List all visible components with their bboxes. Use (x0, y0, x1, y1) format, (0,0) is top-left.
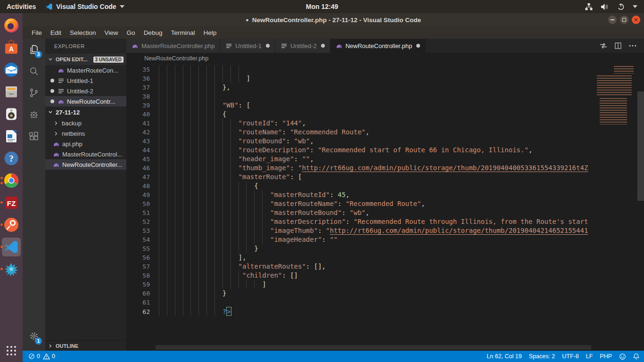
menu-edit[interactable]: Edit (46, 29, 66, 36)
code-editor[interactable]: 3536]37},3839"WB": [40{41"routeId": "144… (126, 64, 644, 351)
code-line-62[interactable]: 62?> (126, 307, 592, 316)
eol-sequence[interactable]: LF (586, 353, 593, 360)
open-editor-item[interactable]: Untitled-1 (45, 75, 126, 86)
libreoffice-writer-icon[interactable] (2, 127, 21, 146)
tab-masterroutecontroller-php[interactable]: MasterRouteController.php (126, 39, 220, 53)
ubuntu-software-icon[interactable]: A (2, 38, 21, 57)
chrome-icon[interactable] (2, 171, 21, 190)
postman-icon[interactable] (2, 215, 21, 234)
code-line-58[interactable]: 58"children": [] (126, 271, 592, 280)
source-control-activity-icon[interactable] (23, 82, 45, 104)
tree-item-label: backup (62, 120, 82, 127)
rhythmbox-icon[interactable] (2, 105, 21, 123)
open-changes-icon[interactable] (600, 42, 607, 49)
code-line-41[interactable]: 41"routeId": "144", (126, 119, 592, 128)
code-line-45[interactable]: 45"header_image": "", (126, 155, 592, 164)
search-activity-icon[interactable] (23, 60, 45, 82)
menu-selection[interactable]: Selection (66, 29, 100, 36)
code-line-47[interactable]: 47"masterRoute": [ (126, 173, 592, 181)
window-title-bar[interactable]: ● NewRouteController.php - 27-11-12 - Vi… (23, 13, 644, 26)
tree-item-backup[interactable]: backup (45, 118, 126, 128)
code-line-37[interactable]: 37}, (126, 83, 592, 92)
tree-item-masterroutecontrol-[interactable]: MasterRouteControl... (45, 149, 126, 159)
split-editor-icon[interactable] (615, 42, 621, 49)
minimap[interactable] (592, 65, 636, 127)
code-line-48[interactable]: 48{ (126, 181, 592, 190)
power-icon[interactable] (617, 3, 625, 10)
extensions-activity-icon[interactable] (23, 125, 45, 147)
code-line-52[interactable]: 52"masterDescription": "Recommended Rout… (126, 217, 592, 226)
network-icon[interactable] (585, 3, 593, 10)
open-editors-header[interactable]: OPEN EDIT... 3 UNSAVED (45, 54, 126, 65)
code-line-43[interactable]: 43"routeBound": "wb", (126, 137, 592, 146)
errors-indicator[interactable]: 0 (28, 353, 40, 360)
code-line-36[interactable]: 36] (126, 74, 592, 83)
menu-debug[interactable]: Debug (140, 29, 167, 36)
menu-terminal[interactable]: Terminal (166, 29, 199, 36)
indentation[interactable]: Spaces: 2 (529, 353, 555, 360)
code-line-38[interactable]: 38 (126, 92, 592, 101)
open-editor-item[interactable]: NewRouteContr... (45, 96, 126, 107)
clock[interactable]: Mon 12:49 (306, 3, 338, 10)
tab-untitled-1[interactable]: Untitled-1 (220, 39, 275, 53)
tab-newroutecontroller-php[interactable]: NewRouteController.php (330, 39, 426, 53)
warnings-indicator[interactable]: 0 (43, 353, 55, 360)
notifications-bell-icon[interactable] (633, 353, 639, 360)
outline-header[interactable]: OUTLINE (45, 340, 126, 351)
feedback-smiley-icon[interactable] (619, 353, 626, 360)
debug-activity-icon[interactable] (23, 104, 45, 125)
firefox-icon[interactable] (2, 16, 21, 35)
tab-untitled-2[interactable]: Untitled-2 (275, 39, 330, 53)
menu-help[interactable]: Help (199, 29, 221, 36)
activities-button[interactable]: Activities (7, 3, 36, 10)
code-line-55[interactable]: 55} (126, 244, 592, 253)
code-line-35[interactable]: 35 (126, 65, 592, 74)
vertical-scrollbar[interactable] (637, 91, 644, 201)
explorer-activity-icon[interactable]: 3 (23, 39, 45, 60)
vscode-dock-icon[interactable] (2, 238, 21, 256)
volume-icon[interactable] (601, 3, 609, 10)
tree-item-newroutecontroller-[interactable]: NewRouteController... (45, 159, 126, 170)
minimize-button[interactable] (608, 16, 617, 24)
menu-view[interactable]: View (100, 29, 123, 36)
open-editor-item[interactable]: Untitled-2 (45, 86, 126, 96)
app-menu[interactable]: Visual Studio Code (45, 3, 124, 10)
tree-item-netbeins[interactable]: netbeins (45, 128, 126, 139)
cursor-position[interactable]: Ln 62, Col 19 (487, 353, 521, 360)
menu-go[interactable]: Go (123, 29, 140, 36)
open-editor-item[interactable]: MasterRouteCon... (45, 65, 126, 75)
code-line-53[interactable]: 53"imageThumb": "http://rt66ug.com/admin… (126, 226, 592, 235)
breadcrumb[interactable]: NewRouteController.php (126, 53, 644, 64)
code-line-42[interactable]: 42"routeName": "Recommended Route", (126, 128, 592, 137)
code-line-59[interactable]: 59] (126, 280, 592, 289)
more-actions-icon[interactable] (629, 45, 636, 47)
code-line-54[interactable]: 54"imageHeader": "" (126, 235, 592, 244)
settings-gear-icon[interactable]: 1 (23, 325, 45, 347)
maximize-button[interactable] (620, 16, 628, 24)
show-applications-icon[interactable] (2, 341, 21, 360)
code-line-39[interactable]: 39"WB": [ (126, 101, 592, 110)
code-line-46[interactable]: 46"thumb_image": "http://rt66ug.com/admi… (126, 164, 592, 173)
chevron-down-icon[interactable] (633, 5, 637, 8)
help-icon[interactable]: ? (2, 149, 21, 168)
horizontal-scrollbar[interactable] (156, 345, 591, 350)
code-line-57[interactable]: 57"alternateRoutes": [], (126, 262, 592, 271)
code-line-40[interactable]: 40{ (126, 110, 592, 119)
files-icon[interactable] (2, 82, 21, 101)
code-line-44[interactable]: 44"routeDescription": "Recommended start… (126, 146, 592, 155)
menu-file[interactable]: File (27, 29, 46, 36)
language-mode[interactable]: PHP (600, 353, 612, 360)
code-line-61[interactable]: 61 (126, 298, 592, 307)
encoding[interactable]: UTF-8 (562, 353, 578, 360)
filezilla-icon[interactable]: FZ (2, 193, 21, 212)
code-line-56[interactable]: 56], (126, 253, 592, 262)
tree-item-api-php[interactable]: api.php (45, 139, 126, 149)
paint-splat-icon[interactable] (2, 260, 21, 279)
code-line-50[interactable]: 50"masterRouteName": "Recommended Route"… (126, 199, 592, 208)
code-line-60[interactable]: 60} (126, 289, 592, 298)
folder-root-header[interactable]: 27-11-12 (45, 107, 126, 118)
code-line-49[interactable]: 49"masterRouteId": 45, (126, 190, 592, 199)
code-line-51[interactable]: 51"masterRouteBound": "wb", (126, 208, 592, 217)
close-button[interactable] (632, 16, 640, 24)
thunderbird-icon[interactable] (2, 60, 21, 79)
